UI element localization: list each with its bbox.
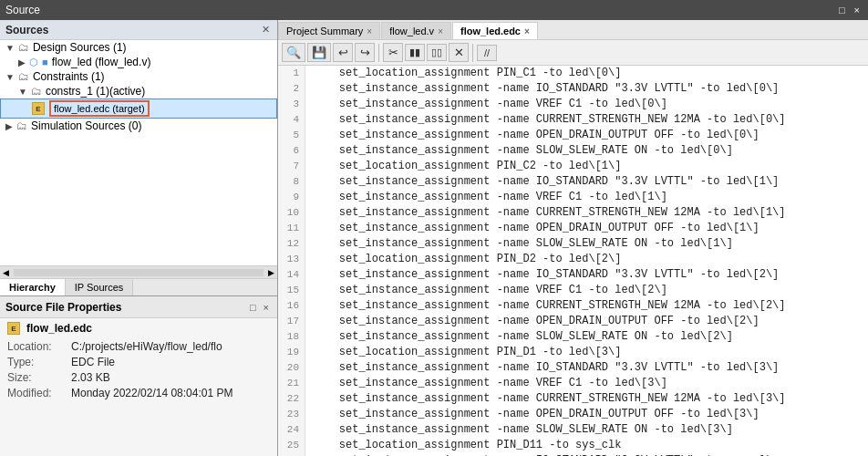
- line-number: 22: [278, 391, 305, 407]
- line-number: 19: [278, 345, 305, 360]
- line-content: set_instance_assignment -name SLOW_SLEW_…: [305, 143, 733, 159]
- tree-item-constraints[interactable]: ▼ 🗂 Constraints (1): [0, 69, 277, 84]
- scroll-right-button[interactable]: ▶: [265, 268, 277, 277]
- line-number: 16: [278, 298, 305, 314]
- tab-hierarchy[interactable]: Hierarchy: [0, 279, 66, 295]
- prop-filename-row: E flow_led.edc: [7, 322, 270, 335]
- scroll-left-button[interactable]: ◀: [0, 268, 12, 277]
- redo-button[interactable]: ↪: [355, 43, 375, 62]
- properties-section: Source File Properties □ × E flow_led.ed…: [0, 296, 277, 456]
- tab-flow-led-v-close[interactable]: ×: [438, 26, 443, 36]
- table-row: 5 set_instance_assignment -name OPEN_DRA…: [278, 128, 868, 143]
- line-number: 18: [278, 329, 305, 345]
- line-number: 15: [278, 283, 305, 298]
- table-row: 14 set_instance_assignment -name IO_STAN…: [278, 267, 868, 283]
- delete-button[interactable]: ✕: [449, 43, 469, 62]
- line-number: 5: [278, 128, 305, 143]
- line-number: 6: [278, 143, 305, 159]
- folder-icon-sim: 🗂: [16, 119, 27, 132]
- editor-tab-bar: Project Summary × flow_led.v × flow_led.…: [278, 20, 868, 40]
- expand-arrow-sim: ▶: [5, 121, 13, 131]
- line-number: 9: [278, 190, 305, 205]
- tree-item-sim-sources[interactable]: ▶ 🗂 Simulation Sources (0): [0, 119, 277, 133]
- line-content: set_location_assignment PIN_D11 -to sys_…: [305, 438, 621, 453]
- line-content: set_instance_assignment -name IO_STANDAR…: [305, 174, 779, 190]
- table-row: 11 set_instance_assignment -name OPEN_DR…: [278, 221, 868, 236]
- line-content: set_instance_assignment -name IO_STANDAR…: [305, 360, 779, 376]
- table-row: 2 set_instance_assignment -name IO_STAND…: [278, 81, 868, 97]
- tab-flow-led-v[interactable]: flow_led.v ×: [381, 22, 451, 39]
- window-close-button[interactable]: ×: [852, 4, 863, 16]
- line-content: set_instance_assignment -name VREF C1 -t…: [305, 97, 667, 112]
- line-content: set_instance_assignment -name CURRENT_ST…: [305, 112, 785, 128]
- tab-flow-led-edc-close[interactable]: ×: [524, 26, 530, 36]
- line-content: set_instance_assignment -name VREF C1 -t…: [305, 190, 667, 205]
- line-number: 24: [278, 422, 305, 438]
- toolbar-separator-1: [378, 44, 379, 62]
- line-content: set_instance_assignment -name VREF C1 -t…: [305, 376, 667, 391]
- source-tree[interactable]: ▼ 🗂 Design Sources (1) ▶ ⬡ ■ flow_led (f…: [0, 40, 277, 265]
- line-number: 11: [278, 221, 305, 236]
- tree-item-flow-led-edc[interactable]: E flow_led.edc (target): [0, 98, 277, 119]
- table-row: 20 set_instance_assignment -name IO_STAN…: [278, 360, 868, 376]
- sources-close-button[interactable]: ✕: [260, 24, 272, 36]
- expand-arrow-constrs: ▼: [18, 87, 27, 97]
- expand-arrow: ▼: [5, 43, 15, 53]
- tree-item-design-sources[interactable]: ▼ 🗂 Design Sources (1): [0, 40, 277, 55]
- line-number: 14: [278, 267, 305, 283]
- main-layout: Sources ✕ ▼ 🗂 Design Sources (1) ▶ ⬡ ■ f…: [0, 20, 868, 456]
- folder-icon-design: 🗂: [18, 41, 29, 54]
- line-content: set_instance_assignment -name IO_STANDAR…: [305, 81, 779, 97]
- table-row: 1 set_location_assignment PIN_C1 -to led…: [278, 66, 868, 81]
- expand-arrow-constraints: ▼: [5, 72, 15, 82]
- prop-size-label: Size:: [7, 371, 71, 384]
- save-button[interactable]: 💾: [307, 43, 331, 62]
- window-minimize-button[interactable]: □: [836, 4, 848, 16]
- comment-button[interactable]: //: [477, 45, 497, 61]
- properties-body: E flow_led.edc Location: C:/projects/eHi…: [0, 318, 277, 456]
- table-row: 19 set_location_assignment PIN_D1 -to le…: [278, 345, 868, 360]
- prop-location-value: C:/projects/eHiWay/flow_led/flo: [71, 340, 270, 353]
- undo-button[interactable]: ↩: [333, 43, 353, 62]
- table-row: 18 set_instance_assignment -name SLOW_SL…: [278, 329, 868, 345]
- constraints-label: Constraints (1): [33, 70, 105, 83]
- paste-button[interactable]: ▯▯: [427, 44, 447, 61]
- prop-modified-row: Modified: Monday 2022/02/14 08:04:01 PM: [7, 387, 270, 399]
- line-content: set_location_assignment PIN_C2 -to led\[…: [305, 159, 621, 174]
- tree-scrollbar[interactable]: ◀ ▶: [0, 265, 277, 278]
- line-number: 3: [278, 97, 305, 112]
- line-number: 8: [278, 174, 305, 190]
- tree-item-constrs1[interactable]: ▼ 🗂 constrs_1 (1)(active): [0, 84, 277, 98]
- line-number: 17: [278, 314, 305, 329]
- line-content: set_instance_assignment -name OPEN_DRAIN…: [305, 128, 760, 143]
- folder-icon-constraints: 🗂: [18, 70, 29, 83]
- copy-button[interactable]: ▮▮: [405, 44, 425, 61]
- table-row: 4 set_instance_assignment -name CURRENT_…: [278, 112, 868, 128]
- tab-project-summary-close[interactable]: ×: [367, 26, 372, 36]
- table-row: 13 set_location_assignment PIN_D2 -to le…: [278, 252, 868, 267]
- search-button[interactable]: 🔍: [282, 43, 305, 62]
- line-number: 21: [278, 376, 305, 391]
- line-number: 10: [278, 205, 305, 221]
- tree-item-flow-led-v[interactable]: ▶ ⬡ ■ flow_led (flow_led.v): [0, 55, 277, 69]
- table-row: 17 set_instance_assignment -name OPEN_DR…: [278, 314, 868, 329]
- line-number: 12: [278, 236, 305, 252]
- props-close-button[interactable]: ×: [261, 301, 272, 314]
- left-panel: Sources ✕ ▼ 🗂 Design Sources (1) ▶ ⬡ ■ f…: [0, 20, 278, 456]
- cut-button[interactable]: ✂: [383, 43, 403, 62]
- file-icon-v: ■: [42, 57, 48, 67]
- tab-ip-sources[interactable]: IP Sources: [66, 279, 134, 295]
- line-content: set_location_assignment PIN_D1 -to led\[…: [305, 345, 621, 360]
- prop-table: Location: C:/projects/eHiWay/flow_led/fl…: [7, 340, 270, 399]
- tab-project-summary-label: Project Summary: [286, 26, 363, 36]
- code-editor[interactable]: 1 set_location_assignment PIN_C1 -to led…: [278, 66, 868, 456]
- tab-project-summary[interactable]: Project Summary ×: [278, 22, 380, 39]
- edc-file-icon: E: [32, 102, 45, 115]
- table-row: 12 set_instance_assignment -name SLOW_SL…: [278, 236, 868, 252]
- line-number: 23: [278, 407, 305, 422]
- chip-icon: ⬡: [29, 57, 38, 68]
- line-content: set_location_assignment PIN_D2 -to led\[…: [305, 252, 621, 267]
- tab-flow-led-edc[interactable]: flow_led.edc ×: [452, 22, 538, 39]
- line-number: 1: [278, 66, 305, 81]
- props-float-button[interactable]: □: [247, 301, 259, 314]
